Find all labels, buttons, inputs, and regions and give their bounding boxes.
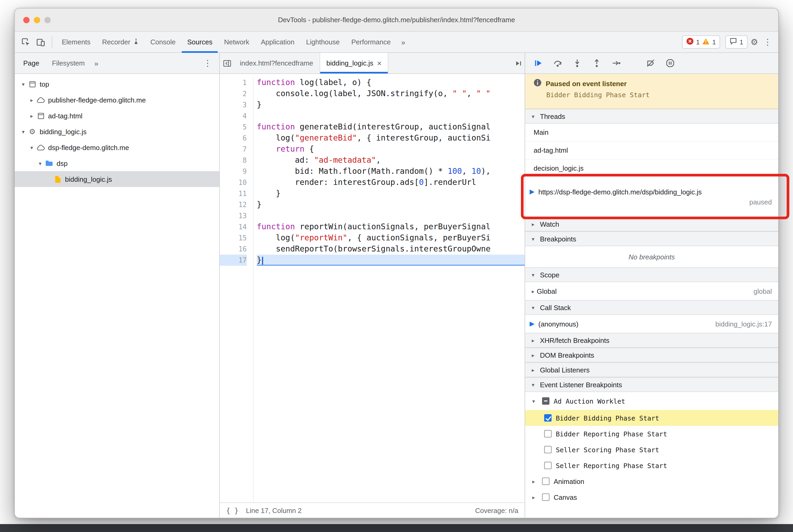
line-number[interactable]: 9: [220, 166, 247, 177]
code-lines[interactable]: function log(label, o) { console.log(lab…: [253, 77, 525, 502]
checkbox-unchecked[interactable]: [544, 446, 551, 453]
line-number[interactable]: 3: [220, 99, 247, 110]
tab-network[interactable]: Network: [219, 32, 254, 53]
errors-warnings-badge[interactable]: 1 1: [682, 35, 720, 49]
tab-lighthouse[interactable]: Lighthouse: [301, 32, 345, 53]
kebab-menu-button[interactable]: ⋮: [761, 36, 774, 48]
thread-item-bidding-logic-paused[interactable]: https://dsp-fledge-demo.glitch.me/dsp/bi…: [525, 177, 778, 216]
line-number[interactable]: 8: [220, 155, 247, 166]
inspect-element-button[interactable]: [19, 35, 33, 49]
more-navigator-tabs-button[interactable]: »: [91, 53, 102, 74]
checkbox-unchecked[interactable]: [542, 493, 549, 501]
disclosure-open-icon[interactable]: ▾: [36, 160, 44, 166]
call-stack-section-header[interactable]: ▾ Call Stack: [525, 300, 778, 315]
issues-badge[interactable]: 1: [725, 35, 747, 49]
resume-button[interactable]: [531, 57, 545, 70]
deactivate-breakpoints-button[interactable]: [644, 57, 657, 70]
line-number[interactable]: 14: [220, 221, 247, 232]
pause-on-exceptions-button[interactable]: [664, 57, 677, 70]
tree-item-ad-tag[interactable]: ▸ ad-tag.html: [15, 108, 219, 124]
line-number[interactable]: 12: [220, 199, 247, 210]
thread-item-main[interactable]: Main: [525, 124, 778, 141]
tree-item-top[interactable]: ▾ top: [15, 76, 219, 92]
elb-item-seller-scoring-phase-start[interactable]: Seller Scoring Phase Start: [525, 442, 778, 457]
tab-page[interactable]: Page: [17, 53, 46, 74]
thread-item-ad-tag[interactable]: ad-tag.html: [525, 141, 778, 159]
tab-filesystem[interactable]: Filesystem: [46, 53, 91, 74]
tab-console[interactable]: Console: [145, 32, 181, 53]
line-number[interactable]: 15: [220, 232, 247, 244]
line-number[interactable]: 11: [220, 188, 247, 199]
tab-elements[interactable]: Elements: [57, 32, 96, 53]
disclosure-open-icon[interactable]: ▾: [19, 129, 27, 134]
checkbox-unchecked[interactable]: [544, 430, 551, 437]
minimize-window-button[interactable]: [34, 17, 40, 23]
line-number[interactable]: 17: [220, 255, 247, 266]
line-number[interactable]: 1: [220, 77, 247, 88]
tree-item-publisher-origin[interactable]: ▸ publisher-fledge-demo.glitch.me: [15, 92, 219, 108]
checkbox-unchecked[interactable]: [544, 462, 551, 469]
close-tab-icon[interactable]: ×: [377, 59, 382, 68]
checkbox-indeterminate[interactable]: [542, 397, 549, 405]
tree-item-bidding-logic-file[interactable]: bidding_logic.js: [15, 171, 219, 187]
editor-tab-index-html[interactable]: index.html?fencedframe: [233, 53, 320, 73]
disclosure-open-icon[interactable]: ▾: [19, 81, 27, 87]
disclosure-closed-icon[interactable]: ▸: [27, 97, 36, 103]
line-number-gutter[interactable]: 1234567891011121314151617: [220, 77, 253, 502]
tree-item-dsp-folder[interactable]: ▾ dsp: [15, 155, 219, 171]
tab-sources[interactable]: Sources: [182, 32, 218, 53]
line-number[interactable]: 13: [220, 210, 247, 221]
elb-item-bidder-bidding-phase-start[interactable]: Bidder Bidding Phase Start: [525, 410, 778, 426]
code-editor[interactable]: 1234567891011121314151617 function log(l…: [220, 74, 525, 502]
settings-gear-button[interactable]: ⚙: [748, 36, 760, 48]
disclosure-closed-icon[interactable]: ▸: [27, 113, 36, 119]
step-over-button[interactable]: [551, 57, 564, 70]
scope-global-row[interactable]: ▸ Global global: [525, 282, 778, 300]
call-stack-frame[interactable]: (anonymous) bidding_logic.js:17: [525, 315, 778, 333]
checkbox-unchecked[interactable]: [542, 478, 549, 485]
event-listener-breakpoints-section-header[interactable]: ▾ Event Listener Breakpoints: [525, 377, 778, 392]
tab-recorder[interactable]: Recorder: [97, 32, 144, 53]
navigator-menu-button[interactable]: ⋮: [198, 58, 217, 68]
line-number[interactable]: 16: [220, 244, 247, 255]
global-listeners-section-header[interactable]: ▸ Global Listeners: [525, 362, 778, 377]
line-number[interactable]: 2: [220, 88, 247, 99]
line-number[interactable]: 4: [220, 110, 247, 121]
editor-overflow-icon[interactable]: [512, 57, 525, 70]
elb-category-animation[interactable]: ▸ Animation: [525, 473, 778, 489]
elb-group-ad-auction-worklet[interactable]: ▾ Ad Auction Worklet: [525, 392, 778, 410]
tab-performance[interactable]: Performance: [346, 32, 396, 53]
editor-tab-bidding-logic[interactable]: bidding_logic.js ×: [320, 53, 389, 73]
navigator-toggle-icon[interactable]: [221, 57, 233, 70]
tree-item-bidding-logic-worklet[interactable]: ▾ ⚙ bidding_logic.js: [15, 124, 219, 139]
more-panels-button[interactable]: »: [397, 32, 410, 53]
disclosure-open-icon[interactable]: ▾: [529, 398, 538, 404]
tab-application[interactable]: Application: [256, 32, 300, 53]
disclosure-closed-icon[interactable]: ▸: [529, 494, 538, 500]
elb-item-seller-reporting-phase-start[interactable]: Seller Reporting Phase Start: [525, 457, 778, 473]
disclosure-open-icon[interactable]: ▾: [27, 145, 36, 150]
device-toolbar-button[interactable]: [34, 35, 48, 49]
thread-item-decision-logic[interactable]: decision_logic.js: [525, 159, 778, 177]
threads-section-header[interactable]: ▾ Threads: [525, 109, 778, 124]
xhr-breakpoints-section-header[interactable]: ▸ XHR/fetch Breakpoints: [525, 333, 778, 348]
step-out-button[interactable]: [590, 57, 603, 70]
elb-category-canvas[interactable]: ▸ Canvas: [525, 489, 778, 505]
line-number[interactable]: 5: [220, 121, 247, 133]
breakpoints-section-header[interactable]: ▾ Breakpoints: [525, 231, 778, 246]
close-window-button[interactable]: [23, 17, 30, 23]
disclosure-closed-icon[interactable]: ▸: [529, 478, 538, 484]
disclosure-closed-icon[interactable]: ▸: [529, 288, 537, 294]
step-into-button[interactable]: [571, 57, 584, 70]
line-number[interactable]: 10: [220, 177, 247, 188]
line-number[interactable]: 7: [220, 144, 247, 155]
checkbox-checked[interactable]: [544, 414, 551, 422]
elb-item-bidder-reporting-phase-start[interactable]: Bidder Reporting Phase Start: [525, 426, 778, 442]
pretty-print-button[interactable]: { }: [226, 507, 239, 515]
tree-item-dsp-origin[interactable]: ▾ dsp-fledge-demo.glitch.me: [15, 139, 219, 155]
scope-section-header[interactable]: ▾ Scope: [525, 267, 778, 282]
step-button[interactable]: [610, 57, 623, 70]
watch-section-header[interactable]: ▸ Watch: [525, 216, 778, 231]
zoom-window-button[interactable]: [44, 17, 51, 23]
line-number[interactable]: 6: [220, 133, 247, 144]
